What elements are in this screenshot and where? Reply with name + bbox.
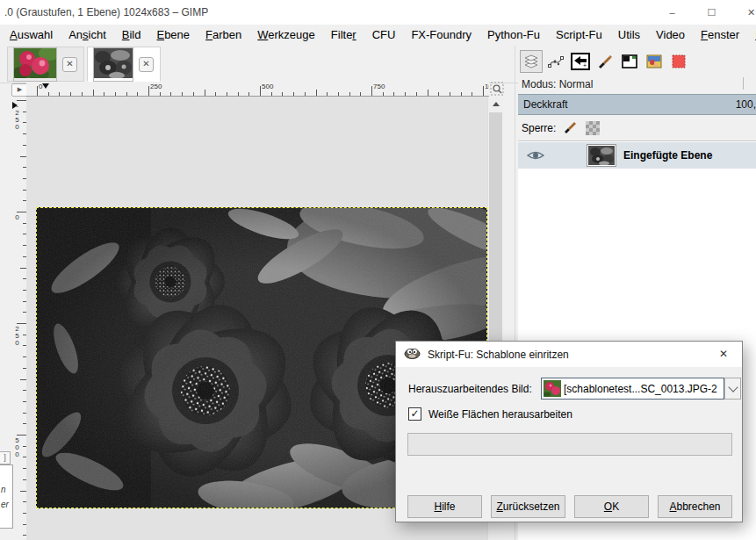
v-ruler-pointer-marker: [12, 102, 18, 109]
wilber-icon: [404, 347, 421, 362]
minimize-button[interactable]: –: [652, 0, 692, 25]
opacity-label: Deckkraft: [523, 95, 568, 114]
help-button[interactable]: Hilfe: [407, 495, 482, 518]
chevron-down-icon: [728, 382, 738, 392]
scroll-up-icon[interactable]: [488, 97, 503, 112]
combo-value: [schablonetest...SC_0013.JPG-2: [564, 383, 717, 395]
menu-item-cfu[interactable]: CFU: [364, 25, 404, 46]
close-button[interactable]: ✕: [731, 0, 756, 25]
combo-thumbnail: [544, 380, 561, 397]
opacity-slider[interactable]: Deckkraft 100,: [518, 94, 756, 115]
opacity-value: 100,: [736, 95, 756, 114]
h-ruler[interactable]: 02505007501000: [26, 83, 489, 97]
images-tab-icon[interactable]: [643, 50, 666, 73]
paths-tab-icon[interactable]: [544, 50, 567, 73]
layer-mode-select[interactable]: Modus: Normal: [522, 77, 593, 91]
menu-item-hilfe[interactable]: Hilfe: [747, 25, 756, 46]
menu-item-werkzeuge[interactable]: Werkzeuge: [249, 25, 323, 46]
paintbrush-tab-icon[interactable]: [594, 50, 616, 73]
clipped-button-fragment: ]: [0, 451, 11, 464]
title-bar[interactable]: .0 (Graustufen, 1 Ebene) 1024x683 – GIMP…: [0, 0, 756, 25]
cancel-button[interactable]: Abbrechen: [658, 495, 732, 518]
ok-button[interactable]: OK: [574, 495, 649, 518]
checkbox-row: ✓ Weiße Flächen herausarbeiten: [408, 407, 572, 421]
dialog-close-icon[interactable]: ✕: [705, 342, 742, 367]
menu-item-bild[interactable]: Bild: [114, 25, 149, 46]
lock-label: Sperre:: [522, 122, 556, 134]
maximize-button[interactable]: ☐: [692, 0, 731, 25]
menu-bar: Auswahl Ansicht Bild Ebene Farben Werkze…: [0, 25, 756, 46]
selection-tab-icon[interactable]: [667, 50, 690, 73]
document-tab-icon[interactable]: [618, 50, 641, 73]
clipped-tooltip-fragment: n er: [0, 464, 13, 529]
layer-name: Eingefügte Ebene: [623, 149, 712, 162]
reset-button[interactable]: Zurücksetzen: [491, 495, 565, 518]
layers-tab-icon[interactable]: [520, 50, 543, 73]
combobox-field[interactable]: [schablonetest...SC_0013.JPG-2: [541, 378, 724, 400]
menu-item-video[interactable]: Video: [648, 25, 693, 46]
lock-row: Sperre:: [522, 119, 600, 137]
mode-row-divider: [743, 77, 744, 90]
menu-item-ebene[interactable]: Ebene: [148, 25, 198, 46]
checkbox-label[interactable]: Weiße Flächen herausarbeiten: [428, 408, 572, 421]
image-tab-grayscale[interactable]: ✕: [87, 47, 161, 82]
zoom-follow-icon[interactable]: [490, 82, 505, 97]
menu-item-filter[interactable]: Filter: [323, 25, 364, 46]
layer-thumbnail: [587, 144, 616, 167]
color-image-thumbnail: [13, 47, 57, 82]
dialog-title: Skript-Fu: Schablone einritzen: [428, 349, 569, 361]
lock-paint-icon[interactable]: [563, 120, 579, 137]
combo-dropdown-button[interactable]: [724, 378, 741, 400]
menu-item-farben[interactable]: Farben: [198, 25, 249, 46]
dialog-title-bar[interactable]: Skript-Fu: Schablone einritzen ✕: [396, 342, 742, 367]
menu-item-script-fu[interactable]: Script-Fu: [548, 25, 610, 46]
white-areas-checkbox[interactable]: ✓: [408, 407, 421, 421]
tab-close-icon[interactable]: ✕: [139, 57, 154, 72]
menu-item-fx-foundry[interactable]: FX-Foundry: [403, 25, 479, 46]
script-fu-dialog: Skript-Fu: Schablone einritzen ✕ Herausz…: [395, 341, 743, 522]
undo-history-tab-icon[interactable]: +: [569, 50, 592, 73]
menu-item-ansicht[interactable]: Ansicht: [61, 25, 114, 46]
image-combobox[interactable]: [schablonetest...SC_0013.JPG-2: [541, 378, 741, 400]
layer-row[interactable]: Eingefügte Ebene: [518, 142, 756, 169]
menu-item-auswahl[interactable]: Auswahl: [2, 25, 61, 46]
menu-item-fenster[interactable]: Fenster: [693, 25, 747, 46]
lock-alpha-icon[interactable]: [586, 121, 600, 135]
tab-close-icon[interactable]: ✕: [62, 57, 77, 72]
image-tab-color[interactable]: ✕: [7, 47, 84, 82]
gimp-window: { "window": { "title": ".0 (Graustufen, …: [0, 0, 756, 540]
menu-item-utils[interactable]: Utils: [610, 25, 648, 46]
window-title: .0 (Graustufen, 1 Ebene) 1024x683 – GIMP: [4, 0, 208, 25]
h-ruler-pointer-marker: [42, 83, 49, 89]
visibility-eye-icon[interactable]: [526, 148, 545, 162]
progress-bar: [407, 433, 732, 456]
grayscale-image-thumbnail: [93, 47, 133, 82]
svg-text:+: +: [583, 62, 587, 68]
menu-item-python-fu[interactable]: Python-Fu: [479, 25, 548, 46]
image-select-label: Herauszuarbeitendes Bild:: [408, 383, 532, 395]
v-ruler[interactable]: -2500250500: [11, 97, 27, 540]
